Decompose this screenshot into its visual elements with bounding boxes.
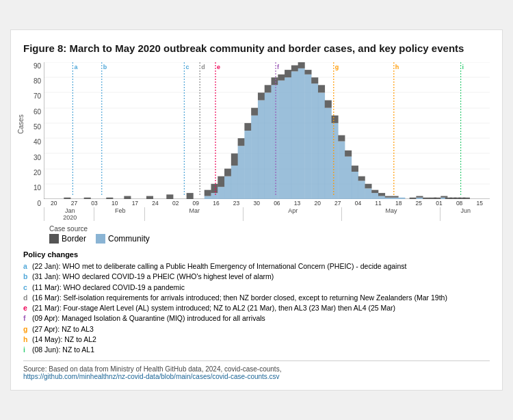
y-axis: Cases 90 80 70 60 50 40 30 20 10 0: [23, 62, 44, 221]
svg-text:h: h: [395, 64, 399, 70]
policy-text: (21 Mar): Four-stage Alert Level (AL) sy…: [32, 303, 395, 313]
svg-text:i: i: [462, 64, 464, 70]
svg-text:b: b: [103, 64, 107, 70]
chart-plot-area: abcdefghi 202703101724020916233006132027…: [44, 62, 490, 221]
x-date-label: 18: [389, 200, 409, 207]
policy-letter: b: [23, 272, 30, 282]
policy-text: (31 Jan): WHO declared COVID-19 a PHEIC …: [32, 272, 274, 282]
legend-border-box: [49, 234, 59, 244]
x-date-label: 15: [469, 200, 490, 207]
x-date-label: 08: [449, 200, 470, 207]
policy-items: a(22 Jan): WHO met to deliberate calling…: [23, 261, 490, 355]
policy-text: (09 Apr): Managed Isolation & Quarantine…: [32, 313, 265, 324]
svg-text:d: d: [201, 64, 205, 70]
x-date-label: 10: [105, 200, 125, 207]
x-date-label: 03: [84, 200, 105, 207]
main-card: Figure 8: March to May 2020 outbreak com…: [10, 29, 503, 391]
svg-text:e: e: [217, 64, 220, 70]
x-date-label: 20: [44, 200, 64, 207]
source-section: Source: Based on data from Ministry of H…: [23, 360, 490, 380]
policy-item: d(16 Mar): Self-isolation requirements f…: [23, 293, 490, 303]
x-date-label: 24: [145, 200, 166, 207]
x-month-label: May: [341, 207, 440, 221]
x-date-labels: 2027031017240209162330061320270411182501…: [44, 200, 490, 207]
policy-letter: i: [23, 345, 30, 355]
policy-letter: c: [23, 283, 30, 293]
x-date-label: 27: [328, 200, 348, 207]
policy-text: (14 May): NZ to AL2: [32, 334, 96, 345]
policy-letter: g: [23, 324, 30, 334]
x-date-label: 09: [185, 200, 206, 207]
x-month-label: Apr: [243, 207, 341, 221]
x-month-label: Jun: [440, 207, 490, 221]
policy-text: (11 Mar): WHO declared COVID-19 a pandem…: [32, 283, 185, 293]
x-date-label: 06: [267, 200, 287, 207]
x-date-label: 30: [246, 200, 267, 207]
policy-item: h(14 May): NZ to AL2: [23, 334, 490, 345]
policy-letter: h: [23, 334, 30, 345]
policy-item: e(21 Mar): Four-stage Alert Level (AL) s…: [23, 303, 490, 313]
policy-text: (27 Apr): NZ to AL3: [32, 324, 94, 334]
policy-letter: e: [23, 303, 30, 313]
policy-section: Policy changes a(22 Jan): WHO met to del…: [23, 249, 490, 355]
policy-letter: a: [23, 261, 30, 272]
policy-text: (16 Mar): Self-isolation requirements fo…: [32, 293, 447, 303]
x-date-label: 04: [348, 200, 369, 207]
legend-border: Border: [49, 234, 86, 244]
policy-text: (22 Jan): WHO met to deliberate calling …: [32, 261, 406, 272]
x-month-label: Mar: [144, 207, 243, 221]
policy-item: c(11 Mar): WHO declared COVID-19 a pande…: [23, 283, 490, 293]
x-date-label: 02: [166, 200, 186, 207]
source-link[interactable]: https://github.com/minhealthnz/nz-covid-…: [23, 373, 280, 380]
x-date-label: 17: [125, 200, 146, 207]
x-month-label: Feb: [94, 207, 144, 221]
svg-text:f: f: [277, 64, 280, 70]
x-date-label: 13: [287, 200, 308, 207]
source-text: Source: Based on data from Ministry of H…: [23, 365, 281, 373]
legend-community-box: [96, 234, 105, 244]
legend-community-label: Community: [108, 234, 150, 244]
legend-border-label: Border: [62, 234, 86, 244]
y-axis-label: Cases: [17, 114, 25, 133]
event-lines-layer: abcdefghi: [44, 62, 490, 199]
svg-text:a: a: [74, 64, 78, 70]
policy-item: f(09 Apr): Managed Isolation & Quarantin…: [23, 313, 490, 324]
legend-items: Border Community: [49, 234, 490, 244]
policy-item: a(22 Jan): WHO met to deliberate calling…: [23, 261, 490, 272]
policy-item: g(27 Apr): NZ to AL3: [23, 324, 490, 334]
legend-title: Case source: [49, 225, 490, 233]
x-month-labels: Jan 2020FebMarAprMayJun: [44, 207, 490, 221]
svg-text:c: c: [185, 64, 189, 70]
x-date-label: 01: [429, 200, 449, 207]
policy-title: Policy changes: [23, 249, 490, 261]
x-date-label: 27: [64, 200, 85, 207]
x-date-label: 20: [307, 200, 328, 207]
x-date-label: 11: [368, 200, 389, 207]
policy-letter: d: [23, 293, 30, 303]
policy-text: (08 Jun): NZ to AL1: [32, 345, 94, 355]
chart-title: Figure 8: March to May 2020 outbreak com…: [23, 41, 490, 55]
policy-item: b(31 Jan): WHO declared COVID-19 a PHEIC…: [23, 272, 490, 282]
legend: Case source Border Community: [49, 225, 490, 244]
x-date-label: 16: [206, 200, 226, 207]
policy-item: i(08 Jun): NZ to AL1: [23, 345, 490, 355]
svg-text:g: g: [335, 64, 339, 70]
x-month-label: Jan 2020: [44, 207, 94, 221]
x-date-label: 25: [409, 200, 430, 207]
x-date-label: 23: [226, 200, 247, 207]
legend-community: Community: [96, 234, 150, 244]
policy-letter: f: [23, 313, 30, 324]
